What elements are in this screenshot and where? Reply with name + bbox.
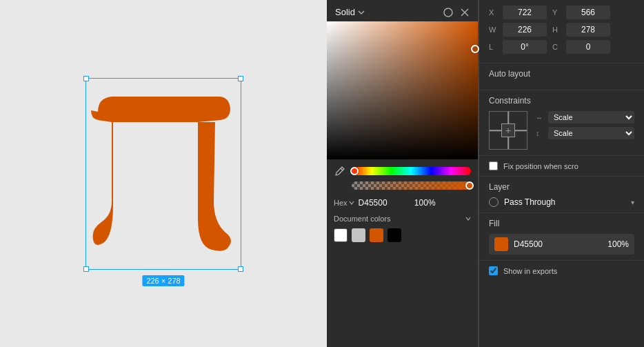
- pi-symbol: [86, 79, 241, 269]
- resize-handle-bl[interactable]: [83, 266, 89, 272]
- color-type-label: Solid: [335, 7, 355, 17]
- hex-input[interactable]: [359, 198, 407, 208]
- gradient-canvas[interactable]: [327, 21, 478, 159]
- constraint-diagram: +: [489, 111, 527, 150]
- fill-color-preview[interactable]: [494, 237, 508, 251]
- canvas-area: 226 × 278: [0, 0, 327, 347]
- layer-mode-circle: [489, 197, 499, 207]
- doc-colors-header: Document colors: [334, 215, 471, 223]
- constraint-h-select[interactable]: Scale Left Right Center Left & Right: [548, 111, 634, 123]
- size-label: 226 × 278: [142, 275, 184, 286]
- y-input[interactable]: [566, 6, 610, 19]
- color-type-chevron: [358, 9, 365, 16]
- xy-row: X Y: [489, 6, 634, 19]
- w-input[interactable]: [503, 23, 547, 37]
- doc-colors-label: Document colors: [334, 215, 391, 223]
- constraint-line-top: [507, 112, 509, 123]
- layer-mode-dropdown[interactable]: Pass Through ▾: [504, 197, 634, 207]
- constraint-cross-icon: +: [505, 125, 511, 136]
- hex-chevron[interactable]: [349, 201, 354, 205]
- corners-input[interactable]: [566, 40, 610, 54]
- alpha-row: [334, 181, 471, 190]
- fix-position-label: Fix position when scro: [503, 162, 578, 170]
- gradient-box[interactable]: [327, 21, 478, 159]
- constraint-v-select[interactable]: Scale Top Bottom Center Top & Bottom: [548, 127, 634, 139]
- swatch-black[interactable]: [388, 228, 401, 242]
- color-type-selector[interactable]: Solid: [335, 7, 365, 17]
- alpha-slider[interactable]: [352, 181, 471, 190]
- swatch-orange[interactable]: [370, 228, 383, 242]
- fix-position-row: Fix position when scro: [479, 156, 644, 177]
- layer-mode-text: Pass Through: [504, 197, 556, 207]
- panel-icons: [443, 8, 470, 17]
- layer-title: Layer: [489, 182, 634, 192]
- constraint-v-icon: ↕: [536, 130, 544, 137]
- y-label: Y: [552, 8, 561, 17]
- rotation-label: L: [489, 43, 497, 51]
- fix-position-checkbox[interactable]: [489, 161, 498, 170]
- opacity-input[interactable]: [411, 198, 436, 208]
- doc-colors-chevron[interactable]: [465, 217, 471, 221]
- constraint-line-left: [490, 130, 501, 131]
- constraint-line-bottom: [507, 137, 509, 149]
- h-input[interactable]: [566, 23, 610, 37]
- constraint-h-icon: ↔: [536, 114, 544, 121]
- layer-section: Layer Pass Through ▾: [479, 177, 644, 213]
- layer-row: Pass Through ▾: [489, 197, 634, 207]
- fill-hex-value: D45500: [514, 239, 602, 249]
- auto-layout-section: Auto layout: [479, 63, 644, 90]
- swatch-white[interactable]: [334, 228, 348, 242]
- svg-point-0: [444, 8, 452, 17]
- h-label: H: [552, 26, 561, 34]
- gradient-cursor: [471, 45, 479, 53]
- x-label: X: [489, 8, 497, 17]
- fill-opacity-value: 100%: [607, 239, 629, 249]
- constraints-grid: + ↔ Scale Left Right Center Left & Right…: [489, 111, 634, 150]
- close-icon[interactable]: [460, 8, 470, 17]
- hex-label: Hex: [334, 199, 354, 207]
- show-exports-label: Show in exports: [503, 267, 557, 275]
- wh-row: W H: [489, 23, 634, 37]
- resize-handle-tr[interactable]: [238, 76, 243, 81]
- style-icon[interactable]: [443, 8, 453, 17]
- hue-row: [334, 165, 471, 177]
- color-sliders: [327, 159, 478, 195]
- properties-panel: X Y W H L C Auto layout Constraints: [479, 0, 644, 347]
- swatch-lightgray[interactable]: [352, 228, 365, 242]
- corners-label: C: [552, 43, 561, 51]
- rotation-input[interactable]: [503, 40, 547, 54]
- auto-layout-title: Auto layout: [489, 69, 634, 79]
- constraints-section: Constraints + ↔ Scale Left Right: [479, 90, 644, 156]
- show-exports-row: Show in exports: [479, 261, 644, 281]
- w-label: W: [489, 26, 497, 34]
- constraints-title: Constraints: [489, 96, 634, 106]
- hex-row: Hex: [327, 195, 478, 212]
- fill-section: Fill D45500 100%: [479, 213, 644, 261]
- color-picker-panel: Solid: [327, 0, 479, 347]
- constraint-line-right: [515, 130, 527, 131]
- constraint-selects: ↔ Scale Left Right Center Left & Right ↕…: [536, 111, 634, 139]
- color-swatches: [334, 228, 471, 242]
- eyedropper-button[interactable]: [334, 165, 346, 177]
- constraint-center: +: [501, 123, 515, 137]
- alpha-thumb: [465, 181, 474, 190]
- hue-slider[interactable]: [352, 167, 471, 175]
- alpha-slider-bg: [352, 181, 471, 190]
- document-colors: Document colors: [327, 212, 478, 246]
- layer-mode-arrow: ▾: [631, 199, 634, 206]
- x-input[interactable]: [503, 6, 547, 19]
- constraint-h-row: ↔ Scale Left Right Center Left & Right: [536, 111, 634, 123]
- svg-line-3: [341, 168, 343, 170]
- resize-handle-tl[interactable]: [83, 76, 89, 81]
- position-size-section: X Y W H L C: [479, 0, 644, 63]
- resize-handle-br[interactable]: [238, 266, 243, 272]
- pi-container[interactable]: [85, 78, 241, 270]
- show-exports-checkbox[interactable]: [489, 266, 498, 275]
- color-panel-header: Solid: [327, 0, 478, 21]
- fill-item[interactable]: D45500 100%: [489, 234, 634, 255]
- fill-title: Fill: [489, 219, 634, 228]
- constraint-v-row: ↕ Scale Top Bottom Center Top & Bottom: [536, 127, 634, 139]
- rotation-corners-row: L C: [489, 40, 634, 54]
- hue-thumb: [350, 167, 359, 175]
